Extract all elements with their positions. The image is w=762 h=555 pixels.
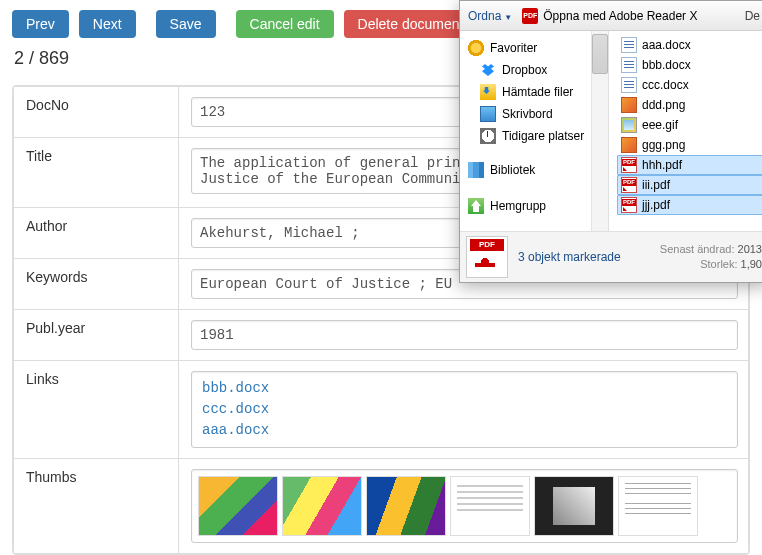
thumb-map-icon[interactable]	[282, 476, 362, 536]
nav-favorites[interactable]: Favoriter	[460, 37, 608, 59]
file-item[interactable]: ccc.docx	[617, 75, 762, 95]
thumb-map-icon[interactable]	[366, 476, 446, 536]
png-icon	[621, 137, 637, 153]
file-item[interactable]: eee.gif	[617, 115, 762, 135]
file-dialog-nav: Favoriter Dropbox Hämtade filer Skrivbor…	[460, 31, 609, 231]
status-selected-count: 3 objekt markerade	[518, 250, 650, 264]
publyear-input[interactable]	[191, 320, 738, 350]
toolbar-trailing: De	[745, 9, 760, 23]
link-item[interactable]: ccc.docx	[202, 399, 727, 420]
thumb-form-icon[interactable]	[618, 476, 698, 536]
file-list: aaa.docx bbb.docx ccc.docx ddd.png eee.g…	[609, 31, 762, 231]
nav-library[interactable]: Bibliotek	[460, 159, 608, 181]
file-item-selected[interactable]: iii.pdf	[617, 175, 762, 195]
link-item[interactable]: aaa.docx	[202, 420, 727, 441]
thumb-document-icon[interactable]	[450, 476, 530, 536]
pdf-large-icon	[466, 236, 508, 278]
homegroup-icon	[468, 198, 484, 214]
links-box: bbb.docx ccc.docx aaa.docx	[191, 371, 738, 448]
thumbs-box	[191, 469, 738, 543]
desktop-icon	[480, 106, 496, 122]
docno-label: DocNo	[14, 87, 179, 138]
file-item[interactable]: aaa.docx	[617, 35, 762, 55]
nav-dropbox[interactable]: Dropbox	[460, 59, 608, 81]
nav-homegroup[interactable]: Hemgrupp	[460, 195, 608, 217]
pdf-file-icon	[621, 157, 637, 173]
nav-desktop[interactable]: Skrivbord	[460, 103, 608, 125]
star-icon	[468, 40, 484, 56]
file-item[interactable]: bbb.docx	[617, 55, 762, 75]
pdf-file-icon	[621, 177, 637, 193]
docx-icon	[621, 77, 637, 93]
save-button[interactable]: Save	[156, 10, 216, 38]
links-label: Links	[14, 361, 179, 459]
scrollbar-track[interactable]	[591, 31, 608, 231]
gif-icon	[621, 117, 637, 133]
prev-button[interactable]: Prev	[12, 10, 69, 38]
scrollbar-thumb[interactable]	[592, 34, 608, 74]
file-dialog-status: 3 objekt markerade Senast ändrad: 2013 S…	[460, 231, 762, 282]
title-label: Title	[14, 138, 179, 208]
dropbox-icon	[480, 62, 496, 78]
author-label: Author	[14, 208, 179, 259]
pdf-icon: PDF	[522, 8, 538, 24]
thumb-map-icon[interactable]	[198, 476, 278, 536]
library-icon	[468, 162, 484, 178]
file-item-selected[interactable]: jjj.pdf	[617, 195, 762, 215]
pdf-file-icon	[621, 197, 637, 213]
recent-icon	[480, 128, 496, 144]
file-item[interactable]: ggg.png	[617, 135, 762, 155]
cancel-edit-button[interactable]: Cancel edit	[236, 10, 334, 38]
organize-menu[interactable]: Ordna▼	[468, 9, 512, 23]
file-item-selected[interactable]: hhh.pdf	[617, 155, 762, 175]
thumb-photo-icon[interactable]	[534, 476, 614, 536]
thumbs-label: Thumbs	[14, 459, 179, 554]
status-meta: Senast ändrad: 2013 Storlek: 1,90	[660, 242, 762, 273]
docx-icon	[621, 57, 637, 73]
file-item[interactable]: ddd.png	[617, 95, 762, 115]
docx-icon	[621, 37, 637, 53]
link-item[interactable]: bbb.docx	[202, 378, 727, 399]
delete-document-button[interactable]: Delete document	[344, 10, 478, 38]
download-folder-icon	[480, 84, 496, 100]
nav-recent[interactable]: Tidigare platser	[460, 125, 608, 147]
file-dialog: Ordna▼ PDF Öppna med Adobe Reader X De F…	[459, 0, 762, 283]
nav-downloads[interactable]: Hämtade filer	[460, 81, 608, 103]
open-with-button[interactable]: PDF Öppna med Adobe Reader X	[522, 8, 697, 24]
next-button[interactable]: Next	[79, 10, 136, 38]
png-icon	[621, 97, 637, 113]
publyear-label: Publ.year	[14, 310, 179, 361]
keywords-label: Keywords	[14, 259, 179, 310]
file-dialog-toolbar: Ordna▼ PDF Öppna med Adobe Reader X De	[460, 1, 762, 31]
chevron-down-icon: ▼	[504, 13, 512, 22]
